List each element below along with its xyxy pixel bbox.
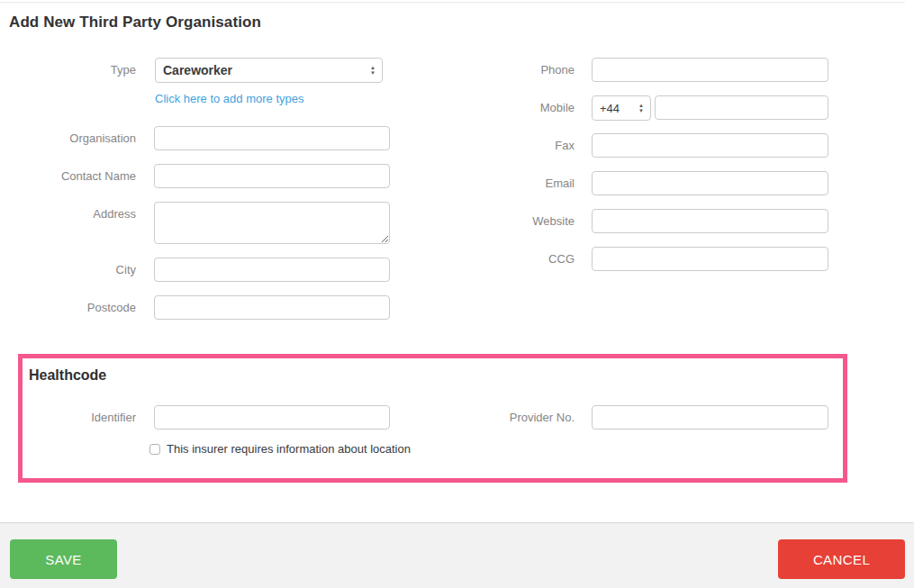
postcode-label: Postcode — [0, 295, 136, 320]
organisation-label: Organisation — [0, 126, 136, 150]
email-label: Email — [439, 171, 575, 195]
postcode-input[interactable] — [154, 295, 390, 320]
mobile-country-code-value: +44 — [600, 102, 620, 115]
contact-name-label: Contact Name — [0, 164, 136, 188]
website-label: Website — [439, 209, 575, 233]
provider-no-input[interactable] — [592, 405, 828, 430]
address-label: Address — [0, 202, 136, 226]
address-textarea[interactable] — [154, 202, 390, 244]
contact-name-input[interactable] — [154, 164, 390, 188]
identifier-label: Identifier — [23, 405, 136, 430]
provider-no-label: Provider No. — [439, 405, 575, 430]
phone-label: Phone — [439, 58, 575, 82]
fax-label: Fax — [439, 133, 575, 158]
ccg-label: CCG — [439, 247, 575, 271]
type-label: Type — [0, 58, 136, 82]
ccg-input[interactable] — [592, 247, 828, 271]
add-third-party-organisation-page: Add New Third Party Organisation Type Ca… — [0, 0, 914, 588]
fax-input[interactable] — [592, 133, 828, 158]
type-select[interactable]: Careworker ▲▼ — [155, 58, 383, 83]
healthcode-heading: Healthcode — [29, 367, 106, 384]
location-checkbox-row: This insurer requires information about … — [149, 442, 411, 456]
identifier-input[interactable] — [154, 405, 390, 430]
healthcode-section: Healthcode Identifier Provider No. This … — [18, 354, 847, 483]
mobile-country-code-select[interactable]: +44 ▲▼ — [592, 95, 651, 121]
page-title: Add New Third Party Organisation — [9, 14, 261, 32]
footer-action-bar: SAVE CANCEL — [0, 522, 914, 588]
cancel-button[interactable]: CANCEL — [778, 539, 905, 579]
type-select-value: Careworker — [163, 63, 232, 77]
city-input[interactable] — [154, 258, 390, 282]
mobile-label: Mobile — [439, 95, 575, 120]
top-divider — [0, 2, 905, 3]
location-checkbox[interactable] — [149, 444, 160, 455]
mobile-input[interactable] — [655, 95, 828, 120]
add-more-types-link[interactable]: Click here to add more types — [155, 92, 303, 105]
phone-input[interactable] — [592, 58, 828, 82]
location-checkbox-label: This insurer requires information about … — [167, 442, 411, 456]
organisation-input[interactable] — [154, 126, 390, 150]
email-input[interactable] — [592, 171, 828, 195]
website-input[interactable] — [592, 209, 828, 233]
save-button[interactable]: SAVE — [10, 539, 117, 579]
city-label: City — [0, 258, 136, 282]
select-stepper-icon: ▲▼ — [370, 65, 376, 76]
select-stepper-icon: ▲▼ — [638, 103, 644, 113]
